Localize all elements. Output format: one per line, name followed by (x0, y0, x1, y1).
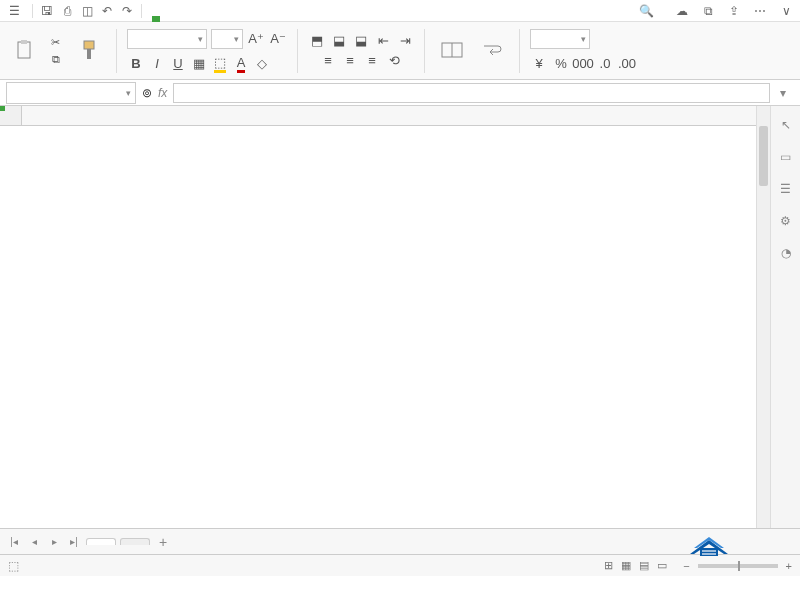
border-button[interactable]: ▦ (190, 55, 208, 73)
align-middle-icon[interactable]: ⬓ (330, 32, 348, 50)
sheet-tab-2[interactable] (120, 538, 150, 545)
increase-font-icon[interactable]: A⁺ (247, 30, 265, 48)
number-format-select[interactable] (530, 29, 590, 49)
reading-mode-icon[interactable]: ▭ (657, 559, 667, 572)
function-icon[interactable]: ⊚ (142, 86, 152, 100)
svg-rect-0 (18, 42, 30, 58)
wrap-button[interactable] (475, 37, 509, 65)
share-icon[interactable]: ⇪ (726, 3, 742, 19)
svg-rect-3 (87, 49, 91, 59)
tab-tools[interactable] (224, 16, 232, 22)
clear-format-button[interactable]: ◇ (253, 55, 271, 73)
tab-insert[interactable] (160, 16, 168, 22)
print-icon[interactable]: ⎙ (59, 3, 75, 19)
view-page-icon[interactable]: ▦ (621, 559, 631, 572)
select-all-corner[interactable] (0, 106, 22, 126)
select-icon[interactable]: ▭ (777, 148, 795, 166)
title-bar: ☰ 🖫 ⎙ ◫ ↶ ↷ 🔍 ☁ ⧉ ⇪ ⋯ ∨ (0, 0, 800, 22)
tab-layout[interactable] (168, 16, 176, 22)
search-icon[interactable]: 🔍 (638, 3, 654, 19)
increase-decimal-icon[interactable]: .00 (618, 55, 636, 73)
redo-icon[interactable]: ↷ (119, 3, 135, 19)
svg-rect-2 (84, 41, 94, 49)
tab-data[interactable] (184, 16, 192, 22)
ribbon: ✂ ⧉ A⁺ A⁻ B I U ▦ ⬚ A ◇ ⬒ ⬓ ⬓ ⇤ ⇥ (0, 22, 800, 80)
settings-icon[interactable]: ⚙ (777, 212, 795, 230)
help-icon[interactable]: ⧉ (700, 3, 716, 19)
preview-icon[interactable]: ◫ (79, 3, 95, 19)
italic-button[interactable]: I (148, 55, 166, 73)
formula-input[interactable] (173, 83, 770, 103)
cells[interactable] (22, 126, 756, 528)
add-sheet-button[interactable]: + (154, 533, 172, 551)
zoom-in-icon[interactable]: + (786, 560, 792, 572)
column-headers[interactable] (22, 106, 756, 126)
name-box[interactable] (6, 82, 136, 104)
cloud-icon[interactable]: ☁ (674, 3, 690, 19)
view-break-icon[interactable]: ▤ (639, 559, 649, 572)
align-right-icon[interactable]: ≡ (363, 52, 381, 70)
cursor-icon[interactable]: ↖ (777, 116, 795, 134)
comma-icon[interactable]: 000 (574, 55, 592, 73)
more-icon[interactable]: ⋯ (752, 3, 768, 19)
tab-formula[interactable] (176, 16, 184, 22)
tab-start[interactable] (152, 16, 160, 22)
paste-icon (14, 39, 36, 61)
view-normal-icon[interactable]: ⊞ (604, 559, 613, 572)
brush-icon (78, 39, 100, 61)
svg-rect-1 (21, 40, 27, 44)
format-painter-button[interactable] (72, 37, 106, 65)
decrease-decimal-icon[interactable]: .0 (596, 55, 614, 73)
tab-next-icon[interactable]: ▸ (46, 534, 62, 550)
indent-right-icon[interactable]: ⇥ (396, 32, 414, 50)
tab-review[interactable] (192, 16, 200, 22)
sheet-tab-1[interactable] (86, 538, 116, 545)
align-center-icon[interactable]: ≡ (341, 52, 359, 70)
tab-view[interactable] (200, 16, 208, 22)
tab-last-icon[interactable]: ▸| (66, 534, 82, 550)
paste-button[interactable] (8, 37, 42, 65)
font-size-select[interactable] (211, 29, 243, 49)
tab-member[interactable] (216, 16, 224, 22)
tab-prev-icon[interactable]: ◂ (26, 534, 42, 550)
cut-button[interactable]: ✂ (48, 35, 66, 50)
font-color-button[interactable]: A (232, 55, 250, 73)
currency-icon[interactable]: ¥ (530, 55, 548, 73)
ribbon-tabs (148, 0, 232, 22)
collapse-icon[interactable]: ∨ (778, 3, 794, 19)
tab-first-icon[interactable]: |◂ (6, 534, 22, 550)
grid[interactable] (0, 106, 756, 528)
fill-color-button[interactable]: ⬚ (211, 55, 229, 73)
vertical-scrollbar[interactable] (756, 106, 770, 528)
copy-icon: ⧉ (52, 53, 60, 66)
zoom-slider[interactable] (698, 564, 778, 568)
undo-icon[interactable]: ↶ (99, 3, 115, 19)
align-bottom-icon[interactable]: ⬓ (352, 32, 370, 50)
merge-icon (441, 39, 463, 61)
expand-formula-icon[interactable]: ▾ (776, 86, 790, 100)
merge-button[interactable] (435, 37, 469, 65)
font-name-select[interactable] (127, 29, 207, 49)
tab-dev[interactable] (208, 16, 216, 22)
orientation-icon[interactable]: ⟲ (385, 52, 403, 70)
record-icon[interactable]: ⬚ (8, 559, 19, 573)
align-left-icon[interactable]: ≡ (319, 52, 337, 70)
formula-bar-row: ⊚ fx ▾ (0, 80, 800, 106)
menu-icon[interactable]: ☰ (6, 3, 22, 19)
scissors-icon: ✂ (51, 36, 60, 49)
percent-icon[interactable]: % (552, 55, 570, 73)
sheet-tabs-row: |◂ ◂ ▸ ▸| + (0, 528, 800, 554)
align-top-icon[interactable]: ⬒ (308, 32, 326, 50)
indent-left-icon[interactable]: ⇤ (374, 32, 392, 50)
fx-icon[interactable]: fx (158, 86, 167, 100)
decrease-font-icon[interactable]: A⁻ (269, 30, 287, 48)
backup-icon[interactable]: ◔ (777, 244, 795, 262)
save-icon[interactable]: 🖫 (39, 3, 55, 19)
copy-button[interactable]: ⧉ (49, 52, 66, 67)
status-bar: ⬚ ⊞ ▦ ▤ ▭ − + (0, 554, 800, 576)
bold-button[interactable]: B (127, 55, 145, 73)
zoom-out-icon[interactable]: − (683, 560, 689, 572)
underline-button[interactable]: U (169, 55, 187, 73)
properties-icon[interactable]: ☰ (777, 180, 795, 198)
wrap-icon (481, 39, 503, 61)
